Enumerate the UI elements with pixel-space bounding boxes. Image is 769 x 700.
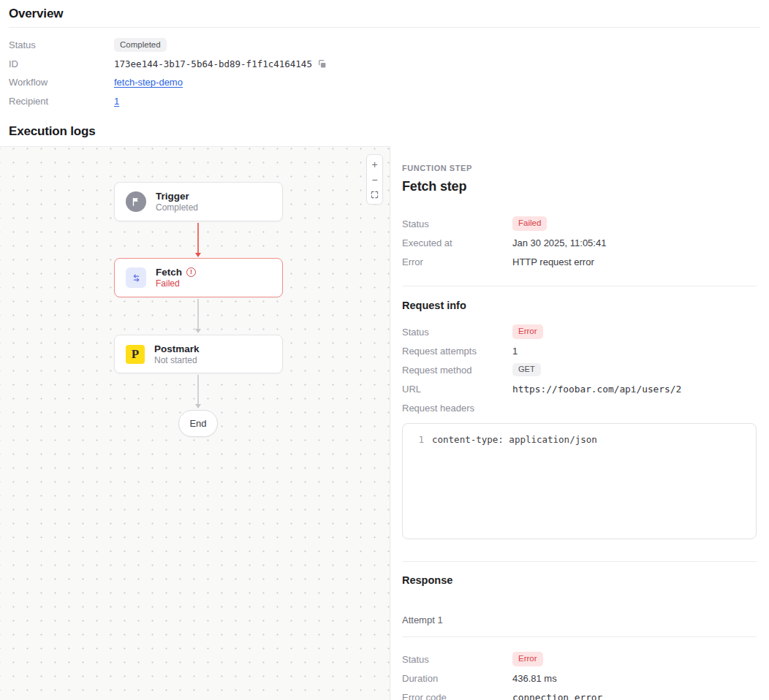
transaction-id-value: 173ee144-3b17-5b64-bd89-f1f1c4164145 [114, 58, 312, 69]
status-badge: Completed [114, 38, 167, 52]
code-line-number: 1 [403, 433, 432, 446]
node-fetch[interactable]: Fetch ! Failed [114, 258, 283, 297]
node-trigger-status: Completed [156, 202, 198, 213]
node-end: End [178, 410, 218, 437]
request-url-value: https://foobar.com/api/users/2 [512, 384, 681, 395]
error-row: Error HTTP request error [402, 252, 757, 271]
zoom-out-button[interactable]: − [367, 172, 382, 187]
edge-postmark-to-end [197, 375, 199, 405]
attempt-label: Attempt 1 [402, 615, 757, 625]
node-fetch-status: Failed [156, 278, 196, 289]
recipient-link[interactable]: 1 [114, 96, 119, 107]
overview-id-row: ID 173ee144-3b17-5b64-bd89-f1f1c4164145 [9, 55, 760, 74]
request-method-row: Request method GET [402, 360, 757, 379]
status-label: Status [9, 39, 114, 50]
workflow-label: Workflow [9, 77, 114, 88]
copy-id-button[interactable] [317, 59, 327, 69]
node-trigger[interactable]: Trigger Completed [114, 182, 283, 221]
edge-fetch-to-postmark [197, 299, 199, 330]
id-label: ID [9, 58, 114, 69]
plus-icon: + [371, 159, 377, 170]
step-status-badge: Failed [512, 216, 547, 230]
request-headers-row: Request headers [402, 398, 757, 417]
code-line-content: content-type: application/json [432, 433, 597, 446]
node-postmark[interactable]: P Postmark Not started [114, 335, 283, 373]
response-rows: Status Error Duration 436.81 ms Error co… [402, 650, 757, 700]
duration-row: Duration 436.81 ms [402, 669, 757, 688]
overview-title: Overview [9, 7, 760, 21]
request-info-heading: Request info [402, 300, 757, 311]
error-value: HTTP request error [512, 256, 594, 267]
node-fetch-title: Fetch [156, 267, 182, 278]
error-code-row: Error code connection_error [402, 688, 757, 700]
overview-rows: Status Completed ID 173ee144-3b17-5b64-b… [9, 28, 760, 110]
execution-content: Trigger Completed Fetch ! [0, 146, 769, 700]
step-detail-panel: FUNCTION STEP Fetch step Status Failed E… [390, 146, 769, 700]
request-info-divider [402, 286, 757, 286]
response-heading: Response [402, 574, 757, 586]
node-postmark-title: Postmark [154, 343, 200, 354]
node-trigger-title: Trigger [156, 191, 198, 202]
overview-workflow-row: Workflow fetch-step-demo [9, 73, 760, 92]
request-headers-code-viewer: 1 content-type: application/json [402, 423, 757, 539]
recipient-label: Recipient [9, 96, 114, 107]
request-method-badge: GET [512, 363, 541, 377]
overview-section: Overview Status Completed ID 173ee144-3b… [0, 0, 769, 110]
response-status-badge: Error [512, 652, 543, 666]
canvas-zoom-controls: + − [366, 154, 383, 205]
fit-view-icon [371, 191, 379, 199]
code-line: 1 content-type: application/json [403, 433, 756, 446]
node-postmark-status: Not started [154, 355, 200, 365]
request-attempts-row: Request attempts 1 [402, 341, 757, 360]
request-attempts-value: 1 [512, 346, 518, 357]
executed-at-row: Executed at Jan 30 2025, 11:05:41 [402, 233, 757, 252]
execution-detail-page: Overview Status Completed ID 173ee144-3b… [0, 0, 769, 700]
attempt-divider [402, 636, 757, 637]
duration-value: 436.81 ms [512, 673, 557, 684]
overview-recipient-row: Recipient 1 [9, 92, 760, 111]
executed-at-value: Jan 30 2025, 11:05:41 [512, 237, 606, 248]
request-info-rows: Status Error Request attempts 1 Request … [402, 322, 757, 417]
step-detail-title: Fetch step [402, 179, 757, 194]
error-warning-icon: ! [186, 267, 196, 277]
edge-trigger-to-fetch [197, 223, 199, 254]
response-divider [402, 561, 757, 562]
fit-view-button[interactable] [367, 187, 382, 202]
request-status-row: Status Error [402, 322, 757, 341]
overview-status-row: Status Completed [9, 36, 760, 55]
error-code-value: connection_error [512, 692, 602, 700]
request-url-row: URL https://foobar.com/api/users/2 [402, 379, 757, 398]
request-headers-label: Request headers [402, 403, 512, 414]
flag-icon [126, 191, 146, 212]
minus-icon: − [371, 175, 377, 185]
step-type-kicker: FUNCTION STEP [402, 164, 757, 172]
execution-logs-title: Execution logs [9, 124, 760, 139]
swap-arrows-icon [126, 267, 146, 288]
workflow-link[interactable]: fetch-step-demo [114, 77, 183, 88]
postmark-p-logo: P [126, 345, 145, 364]
request-status-badge: Error [512, 324, 543, 338]
response-status-row: Status Error [402, 650, 757, 669]
step-summary-rows: Status Failed Executed at Jan 30 2025, 1… [402, 214, 757, 271]
zoom-in-button[interactable]: + [367, 156, 382, 172]
copy-icon [317, 59, 327, 69]
step-status-row: Status Failed [402, 214, 757, 233]
workflow-canvas[interactable]: Trigger Completed Fetch ! [0, 146, 390, 700]
